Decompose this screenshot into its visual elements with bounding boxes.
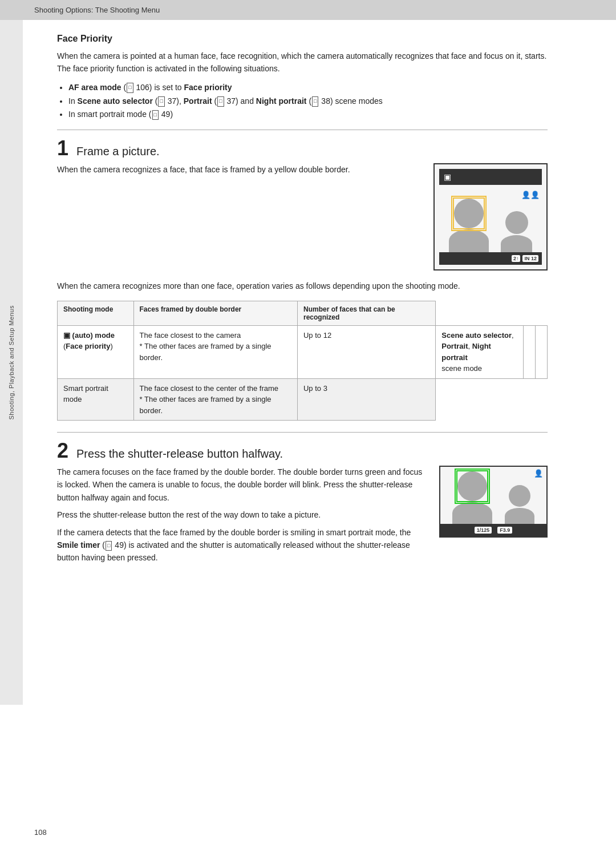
main-face-figure — [449, 199, 489, 252]
table-header-count: Number of faces that can be recognized — [297, 301, 435, 325]
step-2-block: 2 Press the shutter-release button halfw… — [57, 432, 548, 564]
bullet-2: In Scene auto selector (□ 37), Portrait … — [68, 95, 548, 108]
section-title: Face Priority — [57, 34, 548, 44]
inner-border — [453, 197, 485, 229]
badge-aperture: F3.9 — [497, 527, 512, 534]
left-sidebar: Shooting, Playback and Setup Menus — [0, 20, 23, 705]
top-bar: Shooting Options: The Shooting Menu — [0, 0, 616, 20]
secondary-face-2 — [505, 485, 534, 524]
bullet-list: AF area mode (□ 106) is set to Face prio… — [68, 81, 548, 122]
table-cell-mode-3: Smart portrait mode — [58, 378, 134, 421]
step-1-text: When the camera recognizes a face, that … — [57, 163, 420, 176]
step-1-header: 1 Frame a picture. — [57, 130, 548, 159]
diagram-scene-1: 👤👤 — [439, 189, 542, 252]
diag2-icon: 👤 — [534, 469, 543, 478]
table-cell-count-2 — [535, 325, 547, 378]
green-inner-border — [456, 470, 488, 502]
between-text: When the camera recognizes more than one… — [57, 280, 548, 292]
bullet-1-bold2: Face priority — [184, 83, 232, 92]
badge-in12: IN 12 — [522, 255, 538, 262]
diag-icons-top: 👤👤 — [521, 191, 540, 199]
diagram-bottom-bar-1: 2↑ IN 12 — [439, 252, 542, 265]
bullet-3: In smart portrait mode (□ 49) — [68, 108, 548, 122]
step-2-desc-2: Press the shutter-release button the res… — [57, 508, 425, 521]
intro-text: When the camera is pointed at a human fa… — [57, 50, 548, 75]
step-1-title: Frame a picture. — [76, 145, 160, 158]
secondary-face-circle-2 — [509, 485, 530, 507]
secondary-body-shape — [501, 235, 532, 252]
step-2-body: The camera focuses on the face framed by… — [57, 466, 548, 564]
table-row-3: Smart portrait mode The face closest to … — [58, 378, 548, 421]
step-2-title: Press the shutter-release button halfway… — [76, 447, 283, 461]
table-header-faces: Faces framed by double border — [133, 301, 297, 325]
step-2-header: 2 Press the shutter-release button halfw… — [57, 432, 548, 461]
top-bar-label: Shooting Options: The Shooting Menu — [34, 6, 160, 14]
step-1-body: When the camera recognizes a face, that … — [57, 163, 548, 270]
badge-shutter: 1/125 — [475, 527, 492, 534]
secondary-body-2 — [505, 508, 534, 524]
step-2-desc-3: If the camera detects that the face fram… — [57, 526, 425, 564]
main-body-shape — [449, 229, 489, 252]
face-priority-table: Shooting mode Faces framed by double bor… — [57, 301, 548, 421]
main-body-2 — [452, 502, 492, 524]
table-cell-count-1: Up to 12 — [297, 325, 435, 378]
diagram-bottom-bar-2: 1/125 F3.9 — [440, 524, 546, 536]
step-1-block: 1 Frame a picture. When the camera recog… — [57, 130, 548, 421]
secondary-face-circle — [505, 211, 528, 234]
diagram-scene-2: 👤 — [440, 467, 546, 524]
diagram-box-1: ▣ 👤👤 — [433, 163, 548, 270]
camera-diagram-2: 👤 — [439, 466, 548, 538]
badge-2up: 2↑ — [512, 255, 521, 262]
diagram-top-bar-1: ▣ — [439, 169, 542, 185]
step-2-desc-1: The camera focuses on the face framed by… — [57, 466, 425, 504]
step-1-number: 1 — [57, 138, 68, 159]
step-2-number: 2 — [57, 441, 68, 461]
table-cell-mode-2: Scene auto selector, Portrait, Night por… — [436, 325, 524, 378]
table-cell-mode-1: ▣ (auto) mode (Face priority) — [58, 325, 134, 378]
content-area: Face Priority When the camera is pointed… — [23, 20, 616, 705]
table-cell-faces-1: The face closest to the camera * The oth… — [133, 325, 297, 378]
table-header-mode: Shooting mode — [58, 301, 134, 325]
camera-top-icon: ▣ — [444, 172, 451, 181]
smile-timer-bold: Smile timer — [57, 540, 100, 550]
sidebar-label: Shooting, Playback and Setup Menus — [8, 305, 15, 419]
diagram-box-2: 👤 — [439, 466, 548, 538]
table-cell-faces-3: The face closest to the center of the fr… — [133, 378, 297, 421]
step-2-text: The camera focuses on the face framed by… — [57, 466, 425, 564]
bullet-1: AF area mode (□ 106) is set to Face prio… — [68, 81, 548, 95]
step-1-description: When the camera recognizes a face, that … — [57, 163, 420, 176]
bullet-1-bold1: AF area mode — [68, 83, 121, 92]
table-cell-faces-2 — [523, 325, 535, 378]
main-face-2 — [452, 471, 492, 524]
camera-diagram-1: ▣ 👤👤 — [433, 163, 548, 270]
table-cell-count-3: Up to 3 — [297, 378, 435, 421]
page-number: 108 — [34, 828, 47, 837]
secondary-face-figure — [501, 211, 532, 252]
